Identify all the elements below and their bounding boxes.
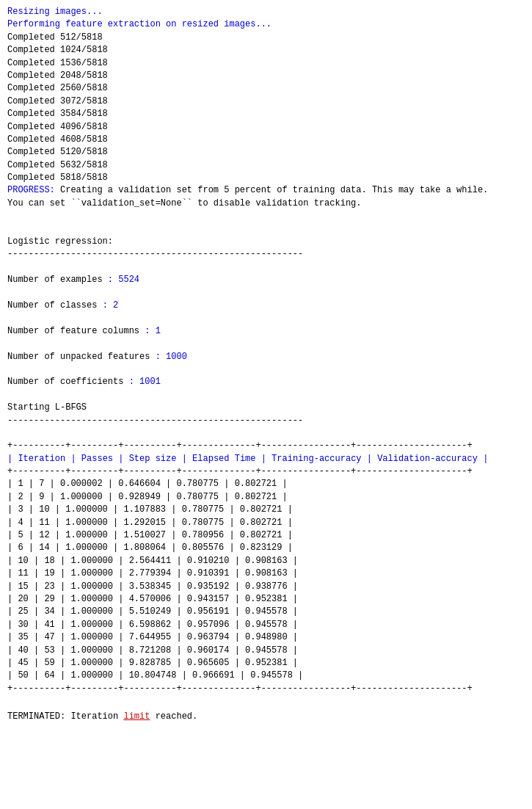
col-iteration: Iteration [18,454,65,464]
col-val-acc: Validation-accuracy [377,454,478,464]
starting-lbfgs: Starting L-BFGS [7,402,525,414]
blank-5 [7,312,525,324]
table-row: | 10 | 18 | 1.000000 | 2.564411 | 0.9102… [7,555,525,567]
table-row: | 3 | 10 | 1.000000 | 1.107883 | 0.78077… [7,504,525,516]
table-header: | Iteration | Passes | Step size | Elaps… [7,453,525,465]
num-feature-cols-row: Number of feature columns : 1 [7,325,525,338]
table-row: | 45 | 59 | 1.000000 | 9.828785 | 0.9656… [7,657,525,670]
table-row: | 2 | 9 | 1.000000 | 0.928949 | 0.780775… [7,491,525,504]
col-elapsed: Elapsed Time [192,454,255,464]
completed-4: Completed 2048/5818 [7,70,525,82]
table-row: | 40 | 53 | 1.000000 | 8.721208 | 0.9601… [7,645,525,657]
table-row: | 11 | 19 | 1.000000 | 2.779394 | 0.9103… [7,567,525,580]
num-classes-label: Number of classes [7,300,103,311]
col-passes: Passes [81,454,113,464]
table-row: | 25 | 34 | 1.000000 | 5.510249 | 0.9561… [7,606,525,618]
blank-7 [7,363,525,376]
terminated-prefix: TERMINATED: Iteration [7,711,123,722]
num-examples-row: Number of examples : 5524 [7,274,525,286]
table-header-border: +----------+---------+----------+-------… [7,465,525,478]
terminated-line: TERMINATED: Iteration limit reached. [7,711,525,723]
table-row: | 20 | 29 | 1.000000 | 4.570006 | 0.9431… [7,593,525,606]
completed-11: Completed 5632/5818 [7,159,525,172]
num-unpacked-value: : 1000 [156,352,187,362]
separator-2: ----------------------------------------… [7,415,525,427]
separator-1: ----------------------------------------… [7,248,525,261]
completed-7: Completed 3584/5818 [7,108,525,120]
num-classes-row: Number of classes : 2 [7,300,525,312]
completed-5: Completed 2560/5818 [7,82,525,95]
console-container: Resizing images... Performing feature ex… [7,6,525,724]
table-row: | 5 | 12 | 1.000000 | 1.510027 | 0.78095… [7,529,525,542]
resizing-line: Resizing images... [7,6,525,18]
completed-1: Completed 512/5818 [7,32,525,44]
blank-10 [7,695,525,708]
logistic-regression-label: Logistic regression: [7,236,525,248]
num-classes-value: : 2 [103,300,119,311]
blank-2 [7,223,525,236]
completed-9: Completed 4608/5818 [7,134,525,146]
blank-3 [7,261,525,274]
num-coeff-value: : 1001 [129,377,161,387]
num-coeff-label: Number of coefficients [7,377,129,387]
progress-msg-2: You can set ``validation_set=None`` to d… [7,197,525,210]
col-train-acc: Training-accuracy [272,454,361,464]
completed-3: Completed 1536/5818 [7,57,525,70]
completed-8: Completed 4096/5818 [7,121,525,134]
col-step-size: Step size [129,454,177,464]
completed-2: Completed 1024/5818 [7,44,525,57]
table-top-border: +----------+---------+----------+-------… [7,440,525,452]
blank-9 [7,427,525,440]
terminated-suffix: reached. [150,711,197,722]
blank-8 [7,389,525,402]
num-coeff-row: Number of coefficients : 1001 [7,376,525,388]
num-unpacked-label: Number of unpacked features [7,352,156,362]
num-unpacked-row: Number of unpacked features : 1000 [7,351,525,363]
progress-msg-text: Creating a validation set from 5 percent… [55,185,489,195]
blank-4 [7,287,525,300]
table-row: | 50 | 64 | 1.000000 | 10.804748 | 0.966… [7,670,525,682]
table-bottom-border: +----------+---------+----------+-------… [7,683,525,695]
table-row: | 15 | 23 | 1.000000 | 3.538345 | 0.9351… [7,581,525,593]
table-row: | 35 | 47 | 1.000000 | 7.644955 | 0.9637… [7,631,525,644]
num-feature-cols-value: : 1 [145,326,161,336]
completed-12: Completed 5818/5818 [7,172,525,184]
table-wrapper: +----------+---------+----------+-------… [7,440,525,695]
terminated-keyword: limit [123,711,150,722]
feature-extraction-line: Performing feature extraction on resized… [7,18,525,31]
progress-msg-1: PROGRESS: Creating a validation set from… [7,184,525,197]
completed-10: Completed 5120/5818 [7,146,525,159]
table-row: | 6 | 14 | 1.000000 | 1.808064 | 0.80557… [7,542,525,554]
table-row: | 4 | 11 | 1.000000 | 1.292015 | 0.78077… [7,517,525,529]
table-row: | 1 | 7 | 0.000002 | 0.646604 | 0.780775… [7,478,525,490]
blank-1 [7,210,525,222]
progress-section: Resizing images... Performing feature ex… [7,6,525,184]
table-row: | 30 | 41 | 1.000000 | 6.598862 | 0.9570… [7,619,525,631]
num-feature-cols-label: Number of feature columns [7,326,145,336]
num-examples-value: : 5524 [108,275,139,285]
num-examples-label: Number of examples [7,275,108,285]
table-body: | 1 | 7 | 0.000002 | 0.646604 | 0.780775… [7,478,525,682]
blank-6 [7,338,525,350]
progress-prefix: PROGRESS: [7,185,55,195]
completed-6: Completed 3072/5818 [7,95,525,108]
